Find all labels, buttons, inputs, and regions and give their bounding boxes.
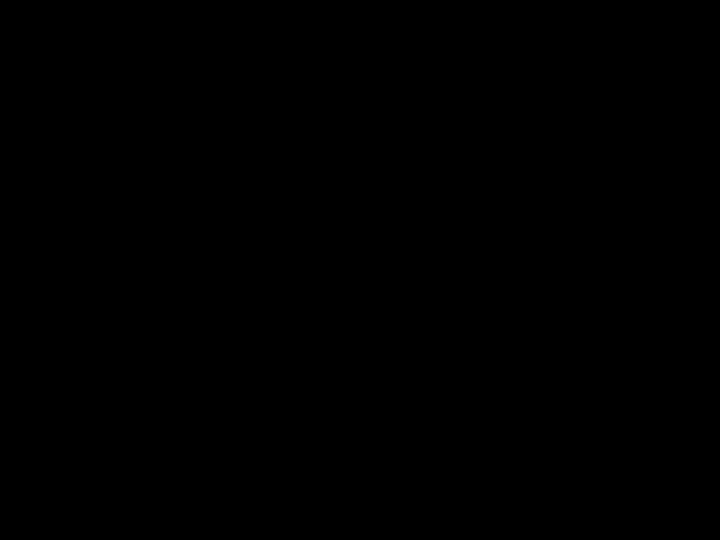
process-area-cell: Technical Solution: [225, 166, 617, 195]
level-cell: 2: [617, 311, 685, 340]
process-area-cell: Validation: [225, 253, 617, 282]
level-cell: 3: [617, 369, 685, 398]
process-area-cell: Verification: [225, 224, 617, 253]
level-cell: 2: [617, 282, 685, 311]
category-cell: Engineering: [35, 108, 225, 282]
process-area-cell: Causal Analysis and Resolution: [225, 398, 617, 427]
level-cell: 3: [617, 195, 685, 224]
level-cell: 3: [617, 137, 685, 166]
table-row: SupportConfiguration Management2: [35, 282, 685, 311]
category-cell: Support: [35, 282, 225, 427]
table-header-row: Categoría Process Area Nivel: [35, 78, 685, 108]
level-cell: 3: [617, 253, 685, 282]
process-area-cell: Process and Product Quality Management: [225, 311, 617, 340]
level-cell: 3: [617, 166, 685, 195]
header-level: Nivel: [617, 78, 685, 108]
footer-label: CAPABILITY MATURITY MODEL ( CMMI): [506, 513, 706, 524]
process-area-cell: Decision Analysis and Resolution: [225, 369, 617, 398]
header-category: Categoría: [35, 78, 225, 108]
footer-divider: [32, 501, 192, 502]
level-cell: 5: [617, 398, 685, 427]
header-process-area: Process Area: [225, 78, 617, 108]
level-cell: 2: [617, 340, 685, 369]
process-area-table: Categoría Process Area Nivel Engineering…: [34, 77, 686, 428]
slide: Categorización de las Process Areas (con…: [0, 0, 720, 540]
process-area-cell: Configuration Management: [225, 282, 617, 311]
process-area-cell: Measurement and Analysis: [225, 340, 617, 369]
process-area-cell: Requirements Management: [225, 108, 617, 137]
level-cell: 3: [617, 224, 685, 253]
slide-title: Categorización de las Process Areas (con…: [0, 0, 720, 71]
level-cell: 2: [617, 108, 685, 137]
process-area-cell: Requirements Development: [225, 137, 617, 166]
table-row: EngineeringRequirements Management2: [35, 108, 685, 137]
process-area-cell: Product Integration: [225, 195, 617, 224]
table-container: Categoría Process Area Nivel Engineering…: [0, 71, 720, 428]
